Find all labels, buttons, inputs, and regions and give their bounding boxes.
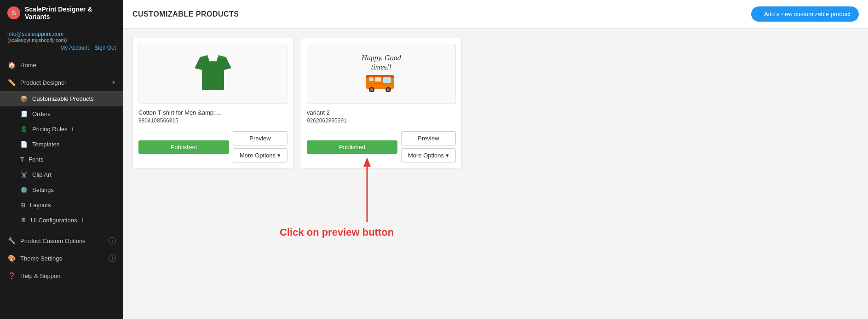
- sidebar-item-label: Clip Art: [32, 171, 52, 178]
- sidebar-item-customizable-products[interactable]: 📦 Customizable Products: [0, 91, 123, 106]
- settings-icon: ⚙️: [20, 186, 28, 193]
- user-shop: (scaleupyt.myshopify.com): [7, 37, 116, 43]
- sidebar-item-ui-configurations[interactable]: 🖥 UI Configurations i: [0, 213, 123, 228]
- annotation-text: Click on preview button: [280, 226, 394, 238]
- more-options-button[interactable]: More Options ▾: [401, 148, 456, 162]
- sidebar-item-layouts[interactable]: ⊞ Layouts: [0, 197, 123, 213]
- sidebar-item-clip-art[interactable]: ✂️ Clip Art: [0, 167, 123, 182]
- sign-out-link[interactable]: Sign Out: [94, 45, 116, 51]
- product-id: 9262062895391: [307, 117, 456, 124]
- sidebar-item-pricing-rules[interactable]: 💲 Pricing Rules i: [0, 122, 123, 137]
- sidebar-item-label: Home: [20, 62, 116, 69]
- my-account-link[interactable]: My Account: [60, 45, 89, 51]
- more-options-button[interactable]: More Options ▾: [233, 148, 287, 162]
- product-image-area: [138, 44, 287, 104]
- product-actions: Published Preview More Options ▾: [133, 131, 293, 168]
- fonts-icon: T: [20, 156, 24, 163]
- product-info: Cotton T-shirt for Men &amp; ... 8804108…: [133, 109, 293, 131]
- svg-rect-5: [369, 77, 374, 81]
- app-title: ScalePrint Designer & Variants: [25, 6, 116, 20]
- product-name: variant 2: [307, 109, 456, 116]
- svg-marker-0: [195, 55, 231, 90]
- sidebar-item-label: Customizable Products: [32, 95, 94, 102]
- preview-button[interactable]: Preview: [401, 131, 456, 145]
- sidebar-header: S ScalePrint Designer & Variants: [0, 0, 123, 26]
- info-icon: i: [109, 255, 116, 262]
- product-actions: Published Preview More Options ▾: [301, 131, 461, 168]
- sidebar-item-product-custom-options[interactable]: 🔧 Product Custom Options i: [0, 232, 123, 249]
- customizable-products-icon: 📦: [20, 95, 28, 102]
- product-designer-icon: ✏️: [7, 78, 16, 87]
- product-image: Happy, Goodtimes!!: [362, 53, 401, 93]
- product-image-area: Happy, Goodtimes!!: [307, 44, 456, 104]
- sidebar-nav: 🏠 Home ✏️ Product Designer ▼ 📦 Customiza…: [0, 56, 123, 319]
- chevron-down-icon: ▼: [111, 80, 116, 85]
- user-info: info@scaleupprint.com (scaleupyt.myshopi…: [0, 26, 123, 56]
- sidebar-item-label: Product Custom Options: [20, 238, 104, 244]
- sidebar-item-settings[interactable]: ⚙️ Settings: [0, 182, 123, 197]
- product-id: 8804108566815: [138, 117, 287, 124]
- svg-rect-4: [383, 77, 391, 83]
- info-icon: i: [109, 237, 116, 244]
- sidebar-item-home[interactable]: 🏠 Home: [0, 56, 123, 74]
- product-image: [195, 53, 231, 94]
- sidebar-item-label: Help & Support: [20, 273, 116, 279]
- main-body: Cotton T-shirt for Men &amp; ... 8804108…: [123, 29, 868, 319]
- sidebar-item-label: Fonts: [29, 156, 44, 163]
- page-title: CUSTOMIZABLE PRODUCTS: [132, 10, 239, 18]
- main-header: CUSTOMIZABLE PRODUCTS + Add a new custom…: [123, 0, 868, 29]
- sidebar-item-help-support[interactable]: ❓ Help & Support: [0, 267, 123, 284]
- preview-button[interactable]: Preview: [233, 131, 287, 145]
- sidebar-item-orders[interactable]: 🧾 Orders: [0, 106, 123, 122]
- sidebar: S ScalePrint Designer & Variants info@sc…: [0, 0, 123, 319]
- main-content: CUSTOMIZABLE PRODUCTS + Add a new custom…: [123, 0, 868, 319]
- pricing-rules-icon: 💲: [20, 126, 28, 133]
- sidebar-item-label: Orders: [32, 110, 51, 117]
- svg-point-8: [370, 88, 373, 91]
- help-icon: ❓: [7, 272, 16, 280]
- svg-rect-6: [375, 77, 381, 81]
- user-links: My Account Sign Out: [7, 45, 116, 51]
- published-button[interactable]: Published: [138, 140, 229, 154]
- sidebar-item-label: Pricing Rules: [32, 126, 68, 133]
- svg-rect-11: [366, 83, 394, 84]
- sidebar-item-fonts[interactable]: T Fonts: [0, 152, 123, 167]
- sidebar-item-theme-settings[interactable]: 🎨 Theme Settings i: [0, 249, 123, 267]
- sidebar-item-label: UI Configurations: [31, 217, 77, 224]
- published-button[interactable]: Published: [307, 140, 397, 154]
- ui-config-icon: 🖥: [20, 217, 26, 224]
- svg-point-10: [387, 88, 390, 91]
- dropdown-arrow-icon: ▾: [446, 152, 449, 159]
- sidebar-item-label: Product Designer: [20, 79, 107, 86]
- info-icon: i: [72, 126, 74, 133]
- product-info: variant 2 9262062895391: [301, 109, 461, 131]
- templates-icon: 📄: [20, 141, 28, 148]
- theme-settings-icon: 🎨: [7, 254, 16, 262]
- products-grid: Cotton T-shirt for Men &amp; ... 8804108…: [132, 38, 859, 168]
- app-icon: S: [7, 6, 20, 19]
- home-icon: 🏠: [7, 61, 16, 69]
- sidebar-item-label: Settings: [32, 186, 54, 193]
- product-custom-options-icon: 🔧: [7, 237, 16, 245]
- add-product-button[interactable]: + Add a new customizable product: [751, 6, 859, 22]
- user-email: info@scaleupprint.com: [7, 31, 116, 37]
- sidebar-item-templates[interactable]: 📄 Templates: [0, 137, 123, 152]
- product-name: Cotton T-shirt for Men &amp; ...: [138, 109, 287, 116]
- clip-art-icon: ✂️: [20, 171, 28, 178]
- orders-icon: 🧾: [20, 110, 28, 117]
- sidebar-item-label: Templates: [32, 141, 59, 148]
- nav-divider: [0, 230, 123, 230]
- info-icon: i: [81, 217, 83, 224]
- product-card: Cotton T-shirt for Men &amp; ... 8804108…: [132, 38, 293, 168]
- dropdown-arrow-icon: ▾: [277, 152, 281, 159]
- layouts-icon: ⊞: [20, 202, 25, 209]
- sidebar-item-label: Layouts: [30, 202, 51, 209]
- sidebar-item-product-designer[interactable]: ✏️ Product Designer ▼: [0, 74, 123, 91]
- sidebar-item-label: Theme Settings: [20, 255, 104, 262]
- product-card: Happy, Goodtimes!!: [301, 38, 462, 168]
